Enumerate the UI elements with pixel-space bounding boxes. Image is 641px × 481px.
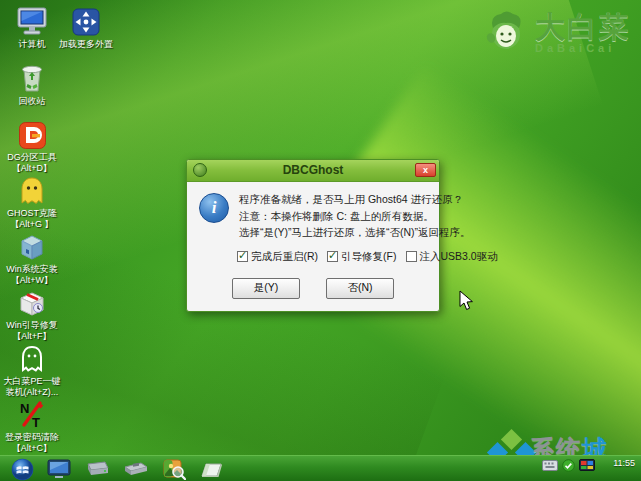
- desktop-icon-ghost-clone[interactable]: GHOST克隆 【Alt+G 】: [0, 172, 64, 230]
- svg-text:T: T: [32, 415, 40, 430]
- checkbox-label: 引导修复(F): [341, 250, 396, 264]
- dg-partition-icon: [0, 116, 64, 150]
- dialog-titlebar[interactable]: DBCGhost x: [187, 160, 439, 182]
- disk-drive-icon: [85, 460, 110, 478]
- dialog-title: DBCGhost: [187, 163, 439, 177]
- desktop-icon-label: 大白菜PE一键 装机(Alt+Z)...: [0, 376, 64, 398]
- mouse-cursor: [459, 290, 475, 316]
- svg-text:N: N: [20, 401, 29, 416]
- desktop-icon-label: Win系统安装 【Alt+W】: [0, 264, 64, 286]
- desktop-icon-load-more-external[interactable]: 加载更多外置: [50, 3, 122, 50]
- desktop-icon-win-boot-repair[interactable]: Win引导修复 【Alt+F】: [0, 284, 64, 342]
- dabaicai-logo: 大白菜 DaBaiCai: [483, 8, 631, 58]
- keyboard-icon[interactable]: [542, 460, 558, 471]
- desktop-icon-label: 回收站: [0, 96, 64, 107]
- memory-chip-icon: [123, 461, 149, 477]
- start-orb-icon: [11, 458, 34, 481]
- taskbar-disk-button[interactable]: [82, 457, 112, 481]
- folder-icon: [200, 459, 223, 479]
- win-install-icon: [0, 228, 64, 262]
- close-icon[interactable]: x: [415, 163, 436, 177]
- checkbox-restart-after-finish[interactable]: 完成后重启(R): [237, 250, 318, 264]
- recycle-bin-icon: [0, 60, 64, 94]
- checkbox-inject-usb3-driver[interactable]: 注入USB3.0驱动: [406, 250, 498, 264]
- system-tray: [542, 459, 595, 472]
- dialog-body: i 程序准备就绪，是否马上用 Ghost64 进行还原？ 注意：本操作将删除 C…: [187, 182, 439, 311]
- desktop-icon-label: 登录密码清除 【Alt+C】: [0, 432, 64, 454]
- start-button[interactable]: [8, 457, 36, 481]
- no-button[interactable]: 否(N): [326, 278, 394, 299]
- desktop-icon-win-install[interactable]: Win系统安装 【Alt+W】: [0, 228, 64, 286]
- desktop-icon-label: Win引导修复 【Alt+F】: [0, 320, 64, 342]
- win-boot-repair-icon: [0, 284, 64, 318]
- status-icon[interactable]: [562, 459, 575, 472]
- checkbox-box[interactable]: [406, 251, 417, 262]
- display-icon[interactable]: [579, 459, 595, 472]
- desktop-icon-dabaicai-pe[interactable]: 大白菜PE一键 装机(Alt+Z)...: [0, 340, 64, 398]
- dbcghost-dialog: DBCGhost x i 程序准备就绪，是否马上用 Ghost64 进行还原？ …: [186, 159, 440, 312]
- desktop-icon-label: DG分区工具 【Alt+D】: [0, 152, 64, 174]
- desktop-icon-recycle-bin[interactable]: 回收站: [0, 60, 64, 107]
- taskbar-image-tool-button[interactable]: [158, 457, 190, 481]
- dialog-message-line: 选择“是(Y)”马上进行还原，选择“否(N)”返回程序。: [239, 224, 429, 241]
- taskbar-computer-button[interactable]: [44, 457, 74, 481]
- dabaicai-pe-icon: [0, 340, 64, 374]
- taskbar-clock[interactable]: 11:55: [613, 458, 635, 469]
- checkbox-boot-repair[interactable]: 引导修复(F): [327, 250, 396, 264]
- desktop-icon-label: GHOST克隆 【Alt+G 】: [0, 208, 64, 230]
- checkbox-label: 完成后重启(R): [251, 250, 318, 264]
- desktop: 大白菜 DaBaiCai 计算机: [0, 0, 641, 481]
- checkbox-box[interactable]: [327, 251, 338, 262]
- image-tool-icon: [162, 458, 186, 480]
- desktop-icon-label: 加载更多外置: [50, 39, 122, 50]
- taskbar-folder-button[interactable]: [196, 457, 226, 481]
- brand-latin: DaBaiCai: [535, 42, 631, 54]
- dialog-message-line: 注意：本操作将删除 C: 盘上的所有数据。: [239, 208, 429, 225]
- password-clear-icon: N T: [0, 396, 64, 430]
- dialog-message-line: 程序准备就绪，是否马上用 Ghost64 进行还原？: [239, 191, 429, 208]
- checkbox-label: 注入USB3.0驱动: [420, 250, 498, 264]
- cabbage-mascot-icon: [483, 8, 529, 58]
- desktop-icon-password-clear[interactable]: N T 登录密码清除 【Alt+C】: [0, 396, 64, 454]
- load-more-external-icon: [50, 3, 122, 37]
- brand-name: 大白菜: [535, 12, 631, 42]
- watermark-diamond: [501, 429, 522, 450]
- checkbox-box[interactable]: [237, 251, 248, 262]
- ghost-clone-icon: [0, 172, 64, 206]
- yes-button[interactable]: 是(Y): [232, 278, 300, 299]
- taskbar: 11:55: [0, 455, 641, 481]
- info-icon: i: [199, 193, 229, 223]
- desktop-icon-dg-partition[interactable]: DG分区工具 【Alt+D】: [0, 116, 64, 174]
- taskbar-memory-button[interactable]: [120, 457, 152, 481]
- computer-window-icon: [47, 459, 71, 479]
